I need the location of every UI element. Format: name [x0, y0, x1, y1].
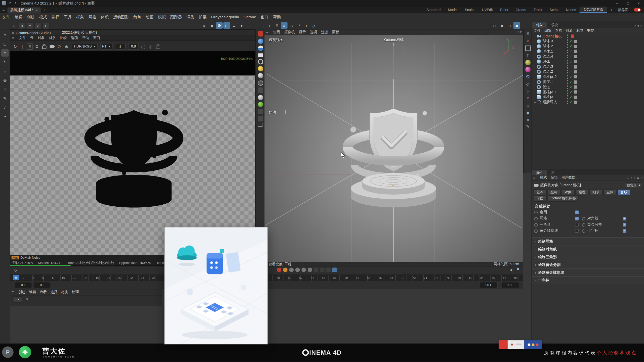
enabled-check[interactable] [570, 44, 572, 48]
viewport-menu-item[interactable]: 查看 [271, 30, 282, 35]
coordinate-system-button[interactable]: L [42, 23, 50, 29]
octane-object-icon[interactable] [258, 102, 263, 107]
popup-tray[interactable] [524, 340, 542, 349]
menu-item[interactable]: 角色 [131, 13, 143, 21]
focus-picker-icon[interactable]: ⊕ [63, 43, 70, 50]
enabled-check[interactable] [570, 75, 572, 79]
object-manager-menu-item[interactable]: 标签 [575, 28, 585, 33]
right-palette-icon[interactable] [525, 53, 530, 58]
add-layout-icon[interactable] [611, 8, 613, 12]
visibility-dots[interactable] [567, 65, 569, 69]
menu-item[interactable]: 运动图形 [111, 13, 131, 21]
object-row[interactable]: 盾牌导入 [532, 100, 644, 105]
keying-control-icon[interactable] [295, 267, 300, 272]
octane-object-icon[interactable] [258, 66, 263, 71]
enabled-check[interactable] [570, 85, 572, 89]
menu-item[interactable]: 扩展 [196, 13, 209, 21]
menu-item[interactable]: 模拟 [156, 13, 168, 21]
attribute-tab-button[interactable]: 坐标 [547, 189, 560, 195]
keyframe-circle[interactable] [582, 229, 585, 233]
checkbox[interactable] [623, 223, 626, 227]
attribute-tab-button[interactable]: 合成 [617, 189, 630, 195]
octane-menu-item[interactable]: 窗口 [91, 35, 102, 40]
tool-icon[interactable] [1, 103, 9, 111]
enabled-check[interactable] [570, 95, 572, 99]
object-tag[interactable] [574, 45, 577, 48]
visibility-dots[interactable] [567, 101, 569, 104]
collapsible-section[interactable]: 绘制黄金螺旋线 [532, 268, 644, 276]
object-name[interactable]: 球体.2 [543, 44, 553, 49]
tab-objects[interactable]: 对象 [532, 22, 547, 28]
octane-object-icon[interactable] [258, 73, 263, 78]
attribute-tab-button[interactable]: 对象 [561, 189, 575, 195]
right-palette-icon[interactable] [525, 81, 530, 86]
object-name[interactable]: 管道.1 [543, 79, 553, 84]
visibility-dots[interactable] [567, 70, 569, 74]
object-tag[interactable] [574, 85, 577, 89]
tool-icon[interactable] [1, 49, 9, 57]
material-menu-icon[interactable] [12, 290, 14, 294]
object-row[interactable]: Octane相机 [532, 34, 644, 39]
new-document-icon[interactable] [43, 8, 45, 12]
maximize-button[interactable] [623, 0, 633, 7]
menu-item[interactable]: 创建 [25, 13, 37, 21]
material-menu-item[interactable]: 查看 [38, 290, 49, 295]
layout-tab[interactable]: Model [444, 7, 461, 13]
visibility-dots[interactable] [567, 50, 569, 53]
viewport-maximize-icon[interactable] [517, 30, 519, 34]
object-row[interactable]: 管道 [532, 84, 644, 89]
object-row[interactable]: 球体 [532, 59, 644, 64]
object-manager-menu-item[interactable]: 对象 [564, 28, 575, 33]
popup-icon-red[interactable] [499, 340, 508, 349]
object-row[interactable]: 圆柱体 [532, 95, 644, 100]
keying-control-icon[interactable] [314, 267, 318, 272]
snap-toolbar-icon[interactable] [296, 22, 302, 29]
attr-panel-icon[interactable] [641, 176, 643, 180]
menu-item[interactable]: 帮助 [271, 13, 283, 21]
visibility-dots[interactable] [567, 85, 569, 89]
attribute-tab-button[interactable]: 球面 [534, 195, 547, 201]
checkbox[interactable] [575, 229, 579, 233]
titlebar-redo-icon[interactable] [15, 1, 18, 5]
tool-icon[interactable] [1, 31, 9, 38]
snap-toolbar-icon[interactable] [273, 22, 280, 29]
octane-menu-icon[interactable] [12, 36, 14, 40]
tool-icon[interactable] [1, 76, 9, 84]
axis-lock-button[interactable]: Y [27, 23, 33, 29]
layout-tab[interactable]: Nodes [562, 7, 580, 13]
material-menu-item[interactable]: 创建 [17, 290, 27, 295]
layout-tab[interactable]: Standard [423, 7, 444, 13]
object-tag[interactable] [574, 40, 577, 43]
enabled-check[interactable] [570, 101, 572, 104]
menu-item[interactable]: 样条 [74, 13, 86, 21]
new-layout-tab[interactable]: 新界面 [614, 7, 632, 13]
octane-object-icon[interactable] [258, 59, 263, 64]
menu-item[interactable]: 文件 [0, 13, 12, 21]
keying-control-icon[interactable] [277, 267, 281, 272]
octane-object-icon[interactable] [258, 80, 263, 86]
render-settings-icon[interactable]: ⚙ [34, 43, 40, 50]
keyframe-diamond-icon[interactable] [14, 268, 17, 272]
attribute-tab-button[interactable]: 物理 [575, 189, 588, 195]
layout-tab[interactable]: Paint [497, 7, 512, 13]
enabled-check[interactable] [570, 60, 572, 64]
render-toolbar-icon[interactable] [209, 22, 215, 29]
lock-resolution-icon[interactable] [41, 43, 48, 50]
object-tag[interactable] [574, 75, 577, 78]
viewport-menu-item[interactable]: 显示 [297, 30, 308, 35]
popup-body[interactable] [508, 340, 524, 349]
object-name[interactable]: 圆柱体.2 [543, 74, 557, 79]
octane-object-icon[interactable] [258, 116, 263, 121]
octane-object-icon[interactable] [258, 31, 263, 37]
octane-object-icon[interactable] [258, 87, 263, 93]
axis-gizmo[interactable]: Y X [499, 38, 518, 57]
object-tag[interactable] [574, 65, 577, 68]
octane-menu-item[interactable]: 比较 [58, 35, 69, 40]
exposure-field[interactable]: 0.8 [128, 43, 139, 50]
viewport-menu-item[interactable]: 面板 [330, 30, 341, 35]
right-palette-icon[interactable] [525, 88, 530, 94]
viewport-canvas[interactable]: 透视视图 Octane相机 移动 Y X [264, 35, 523, 262]
right-palette-icon[interactable] [525, 96, 530, 101]
section-title[interactable]: 合成辅助 [532, 204, 644, 209]
viewport-menu-item[interactable]: 选项 [308, 30, 319, 35]
